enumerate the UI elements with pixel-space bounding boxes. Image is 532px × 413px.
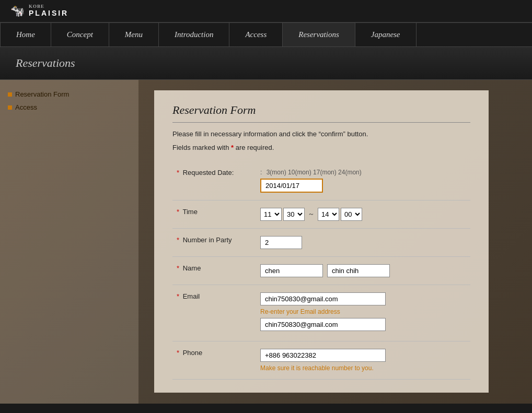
field-content-email: Re-enter your Email address [256,285,470,341]
reservation-form-table: * Requested Date: : 3(mon) 10(mon) 17(mo… [172,161,470,380]
field-label-date: * Requested Date: [172,161,256,200]
time-row: 11 12 13 30 00 15 45 ～ [260,208,466,221]
content-area: Reservation Form Access Reservation Form… [0,80,532,404]
header: 🐄 KOBE PLAISIR [0,0,532,22]
logo-cow-icon: 🐄 [10,4,26,18]
time-hour-start-select[interactable]: 11 12 13 [260,208,282,221]
field-label-time: * Time [172,200,256,228]
time-hour-end-select[interactable]: 14 13 15 [318,208,339,221]
field-label-name: * Name [172,256,256,285]
required-star-email: * [177,292,179,300]
form-title: Reservation Form [172,103,470,123]
nav-item-japanese[interactable]: Japanese [355,23,417,46]
sidebar-bullet-icon [8,92,12,97]
table-row: * Phone Make sure it is reachable number… [172,341,470,379]
page-title: Reservations [16,56,516,70]
email-reenter-input[interactable] [260,318,386,331]
sidebar-item-access[interactable]: Access [8,103,131,111]
phone-note: Make sure it is reachable number to you. [260,364,466,372]
sidebar-item-label: Access [15,103,37,111]
name-row [260,264,466,277]
time-min-start-select[interactable]: 30 00 15 45 [283,208,305,221]
table-row: * Number in Party [172,228,470,256]
table-row: * Requested Date: : 3(mon) 10(mon) 17(mo… [172,161,470,200]
field-content-party [256,228,470,256]
table-row: * Time 11 12 13 30 00 [172,200,470,228]
sidebar: Reservation Form Access [0,80,138,404]
form-intro-line2: Fields marked with * are required. [172,143,470,154]
phone-input[interactable] [260,349,386,362]
field-label-phone: * Phone [172,341,256,379]
field-label-party: * Number in Party [172,228,256,256]
required-star-date: * [177,169,179,176]
nav-item-home[interactable]: Home [0,23,51,46]
main-content: Reservation Form Please fill in necessar… [138,80,532,404]
re-enter-email-label: Re-enter your Email address [260,308,466,315]
date-input[interactable] [260,179,323,193]
field-content-phone: Make sure it is reachable number to you. [256,341,470,379]
table-row: * Email Re-enter your Email address [172,285,470,341]
sidebar-bullet-icon [8,105,12,110]
last-name-input[interactable] [327,264,390,277]
first-name-input[interactable] [260,264,323,277]
required-star-party: * [177,236,179,244]
logo-kobe-text: KOBE [29,4,68,9]
field-content-name [256,256,470,285]
field-content-time: 11 12 13 30 00 15 45 ～ [256,200,470,228]
main-nav: Home Concept Menu Introduction Access Re… [0,22,532,47]
required-star-phone: * [177,349,179,357]
form-intro-line1: Please fill in necessary information and… [172,129,470,140]
required-star-name: * [177,264,179,272]
field-label-email: * Email [172,285,256,341]
logo: 🐄 KOBE PLAISIR [10,4,68,18]
sidebar-item-label: Reservation Form [15,90,69,98]
required-star: * [231,144,234,151]
time-range-separator: ～ [306,209,316,219]
nav-item-menu[interactable]: Menu [109,23,159,46]
reservation-form-container: Reservation Form Please fill in necessar… [154,90,489,393]
number-in-party-input[interactable] [260,236,302,249]
nav-item-reservations[interactable]: Reservations [283,23,355,46]
field-content-date: : 3(mon) 10(mon) 17(mon) 24(mon) [256,161,470,200]
calendar-info: : 3(mon) 10(mon) 17(mon) 24(mon) [260,169,466,176]
page-title-bar: Reservations [0,47,532,80]
nav-item-access[interactable]: Access [229,23,283,46]
time-min-end-select[interactable]: 00 15 30 45 [341,208,362,221]
sidebar-item-reservation-form[interactable]: Reservation Form [8,90,131,98]
nav-item-concept[interactable]: Concept [51,23,109,46]
logo-main-text: PLAISIR [29,9,68,17]
nav-item-introduction[interactable]: Introduction [159,23,229,46]
email-input[interactable] [260,292,386,305]
table-row: * Name [172,256,470,285]
required-star-time: * [177,208,179,216]
